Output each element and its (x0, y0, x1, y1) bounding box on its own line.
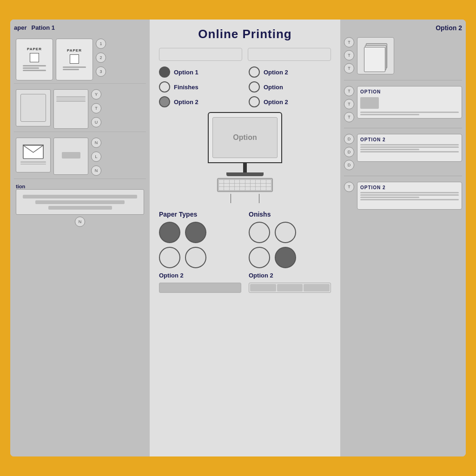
left-section-1: PAPER PAPER 1 2 3 (14, 36, 146, 84)
ctrl-btns-1: 1 2 3 (96, 39, 106, 77)
radio-circle-2 (159, 81, 170, 93)
key-13 (230, 184, 234, 187)
right-ctrl-8[interactable]: D (344, 147, 354, 157)
circle-6[interactable] (275, 222, 296, 243)
right-ctrl-4[interactable]: T (344, 86, 354, 96)
key-29 (261, 187, 265, 190)
circle-row-top-right (249, 222, 331, 243)
paper-thumbnail: PAPER (16, 39, 53, 80)
circle-3[interactable] (159, 247, 180, 268)
right-ctrl-7[interactable]: D (344, 134, 354, 144)
ocl-5 (360, 149, 419, 150)
section-title-paper: Paper Types (159, 211, 241, 218)
circle-2[interactable] (185, 222, 206, 243)
pline-2 (56, 99, 86, 100)
ctrl-btn-10[interactable]: N (75, 217, 85, 227)
right-ctrl-9[interactable]: D (344, 160, 354, 170)
key-8 (256, 180, 260, 183)
radio-item-5[interactable]: Option (249, 81, 331, 93)
ocl-2 (360, 114, 419, 115)
envelope-thumb (16, 138, 51, 172)
circle-4[interactable] (185, 247, 206, 268)
paper-thumb-label: PAPER (27, 47, 42, 51)
ctrl-btn-4[interactable]: Y (91, 89, 101, 99)
ctrl-btn-6[interactable]: U (91, 117, 101, 127)
envelope-lines (20, 160, 46, 165)
input-1[interactable] (159, 48, 242, 61)
right-ctrl-10[interactable]: T (344, 182, 354, 192)
circle-5[interactable] (249, 222, 270, 243)
input-2[interactable] (248, 48, 331, 61)
ctrl-btn-9[interactable]: N (91, 165, 101, 176)
key-23 (230, 187, 234, 190)
key-2 (224, 180, 229, 183)
key-21 (219, 187, 224, 190)
circle-7[interactable] (249, 247, 270, 268)
key-15 (240, 184, 245, 187)
key-9 (261, 180, 265, 183)
right-panel: Option 2 T T T T T T (340, 20, 466, 456)
key-12 (224, 184, 229, 187)
option-card-lines-1 (360, 112, 459, 115)
bottom-bar-left (159, 283, 241, 293)
right-ctrl-2[interactable]: T (344, 50, 354, 60)
key-5 (240, 180, 245, 183)
key-14 (235, 184, 239, 187)
ctrl-btn-5[interactable]: T (91, 103, 101, 113)
ocl-4 (360, 146, 459, 148)
seg-2 (277, 284, 303, 291)
radio-label-6: Option 2 (264, 99, 288, 106)
ctrl-btn-7[interactable]: N (91, 138, 101, 148)
option-label-right: Option 2 (249, 272, 331, 279)
circle-8[interactable] (275, 247, 296, 268)
paper-stack (364, 43, 387, 69)
key-3 (230, 180, 234, 183)
option-card-title-3: OPTION 2 (360, 185, 459, 190)
right-ctrl-5[interactable]: T (344, 99, 354, 109)
right-ctrl-1[interactable]: T (344, 37, 354, 47)
monitor-text: Option (233, 133, 257, 142)
right-ctrl-btns-1: T T T (344, 37, 354, 73)
option-card-3: OPTION 2 (357, 182, 462, 210)
option-card-lines-3 (360, 192, 459, 200)
ctrl-btns-bottom: N (16, 217, 144, 227)
monitor-container: Option (208, 112, 282, 203)
ocl-7 (360, 192, 459, 193)
doc-line-3 (23, 70, 46, 71)
right-ctrl-6[interactable]: T (344, 112, 354, 122)
env-line-2 (20, 164, 46, 165)
key-26 (245, 187, 250, 190)
left-section-2: Y T U (14, 86, 146, 132)
key-25 (240, 187, 245, 190)
envelope-svg (23, 145, 43, 159)
stack-thumb (357, 37, 394, 74)
circle-1[interactable] (159, 222, 180, 243)
right-section-4: T OPTION 2 (344, 180, 462, 212)
ocl-9 (360, 197, 419, 198)
ctrl-btns-2: Y T U (91, 89, 101, 127)
right-ctrl-3[interactable]: T (344, 63, 354, 73)
radio-item-3[interactable]: Option 2 (159, 96, 241, 107)
radio-label-3: Option 2 (174, 99, 198, 106)
key-1 (219, 180, 224, 183)
right-ctrl-btns-4: T (344, 182, 354, 192)
ctrl-btn-3[interactable]: 3 (96, 66, 106, 77)
radio-item-4[interactable]: Option 2 (249, 66, 331, 78)
center-panel: Online Printing Option 1 Finishes Option… (150, 20, 340, 456)
radio-item-1[interactable]: Option 1 (159, 66, 241, 78)
radio-circle-3 (159, 96, 170, 107)
radio-item-2[interactable]: Finishes (159, 81, 241, 93)
ocl-8 (360, 194, 459, 196)
ctrl-btn-1[interactable]: 1 (96, 39, 106, 49)
option-card-2: OPTION 2 (357, 134, 462, 162)
radio-circle-1 (159, 66, 170, 78)
monitor-base (226, 172, 264, 176)
doc-line-1 (23, 65, 46, 66)
radio-item-6[interactable]: Option 2 (249, 96, 331, 107)
ctrl-btn-8[interactable]: L (91, 152, 101, 162)
ctrl-btn-2[interactable]: 2 (96, 53, 106, 63)
right-section-2: T T T OPTION (344, 84, 462, 124)
right-header: Option 2 (344, 24, 462, 32)
paper-doc-icon (30, 53, 39, 62)
ocl-10 (360, 199, 459, 200)
